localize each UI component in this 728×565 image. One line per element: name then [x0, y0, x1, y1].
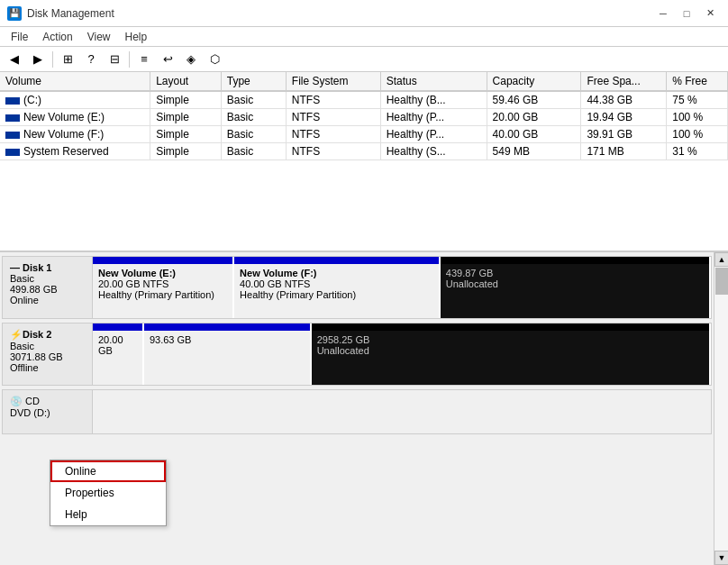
- disk2-unallocated[interactable]: 2958.25 GB Unallocated: [312, 324, 711, 385]
- col-type[interactable]: Type: [221, 72, 286, 91]
- toolbar-btn-back2[interactable]: ↩: [157, 50, 178, 69]
- window-title: Disk Management: [27, 7, 114, 20]
- disk2-size: 3071.88 GB: [10, 351, 85, 362]
- cell-fs: NTFS: [286, 126, 380, 143]
- table-row[interactable]: (C:) Simple Basic NTFS Healthy (B... 59.…: [0, 91, 728, 109]
- disk2-partition-medium[interactable]: 93.63 GB: [144, 324, 312, 385]
- disk2-unalloc-label: Unallocated: [317, 345, 704, 356]
- toolbar-btn-hex[interactable]: ⬡: [204, 50, 225, 69]
- cell-type: Basic: [221, 109, 286, 126]
- scroll-track: [714, 267, 728, 551]
- toolbar-btn-grid[interactable]: ⊞: [57, 50, 78, 69]
- scroll-down-button[interactable]: ▼: [714, 551, 728, 565]
- toolbar-btn-list[interactable]: ≡: [133, 50, 155, 69]
- maximize-button[interactable]: □: [676, 5, 697, 23]
- cell-fs: NTFS: [286, 143, 380, 160]
- context-menu-help[interactable]: Help: [50, 504, 166, 525]
- cell-volume: New Volume (F:): [0, 126, 150, 143]
- volume-table: Volume Layout Type File System Status Ca…: [0, 72, 728, 160]
- disk1-size: 499.88 GB: [10, 284, 85, 295]
- cell-status: Healthy (P...: [380, 109, 487, 126]
- context-menu-online[interactable]: Online: [50, 460, 166, 482]
- disk1-unalloc-header: [441, 257, 709, 264]
- disk1-f-size: 40.00 GB NTFS: [240, 278, 433, 289]
- disk1-name: — Disk 1: [10, 262, 85, 273]
- cell-status: Healthy (S...: [380, 143, 487, 160]
- window-controls: ─ □ ✕: [652, 5, 721, 23]
- forward-button[interactable]: ▶: [27, 50, 49, 69]
- disk2-p1-header: [93, 324, 142, 331]
- cell-capacity: 549 MB: [487, 143, 581, 160]
- disk1-partition-f-header: [234, 257, 439, 264]
- disk1-partition-f[interactable]: New Volume (F:) 40.00 GB NTFS Healthy (P…: [234, 257, 441, 318]
- table-row[interactable]: New Volume (F:) Simple Basic NTFS Health…: [0, 126, 728, 143]
- cell-layout: Simple: [150, 109, 222, 126]
- context-menu-properties[interactable]: Properties: [50, 482, 166, 504]
- cell-layout: Simple: [150, 91, 222, 109]
- table-row[interactable]: System Reserved Simple Basic NTFS Health…: [0, 143, 728, 160]
- disk1-f-status: Healthy (Primary Partition): [240, 289, 433, 300]
- title-bar: 💾 Disk Management ─ □ ✕: [0, 0, 728, 27]
- cell-pct: 75 %: [667, 91, 728, 109]
- toolbar-btn-circle[interactable]: ◈: [180, 50, 202, 69]
- disk2-name: ⚡Disk 2: [10, 329, 85, 341]
- disk1-e-status: Healthy (Primary Partition): [98, 289, 227, 300]
- cell-free: 39.91 GB: [581, 126, 667, 143]
- context-menu: Online Properties Help: [50, 460, 167, 526]
- toolbar: ◀ ▶ ⊞ ? ⊟ ≡ ↩ ◈ ⬡: [0, 47, 728, 72]
- back-button[interactable]: ◀: [4, 50, 25, 69]
- cell-free: 44.38 GB: [581, 91, 667, 109]
- minimize-button[interactable]: ─: [652, 5, 674, 23]
- disk1-unalloc-size: 439.87 GB: [446, 268, 704, 278]
- disk2-status: Offline: [10, 362, 85, 373]
- menu-file[interactable]: File: [4, 29, 35, 44]
- disk1-partition-e[interactable]: New Volume (E:) 20.00 GB NTFS Healthy (P…: [93, 257, 234, 318]
- disk2-p2-size: 93.63 GB: [150, 334, 305, 345]
- cell-fs: NTFS: [286, 91, 380, 109]
- disk1-label: — Disk 1 Basic 499.88 GB Online: [3, 257, 93, 318]
- cell-capacity: 40.00 GB: [487, 126, 581, 143]
- cell-type: Basic: [221, 143, 286, 160]
- col-status[interactable]: Status: [380, 72, 487, 91]
- menu-bar: File Action View Help: [0, 27, 728, 47]
- cell-volume: New Volume (E:): [0, 109, 150, 126]
- cell-free: 171 MB: [581, 143, 667, 160]
- cell-fs: NTFS: [286, 109, 380, 126]
- separator-2: [129, 51, 130, 68]
- cell-capacity: 59.46 GB: [487, 91, 581, 109]
- col-layout[interactable]: Layout: [150, 72, 222, 91]
- disk1-e-size: 20.00 GB NTFS: [98, 278, 227, 289]
- col-capacity[interactable]: Capacity: [487, 72, 581, 91]
- close-button[interactable]: ✕: [699, 5, 721, 23]
- disk1-status: Online: [10, 295, 85, 305]
- toolbar-btn-help[interactable]: ?: [80, 50, 102, 69]
- toolbar-btn-remove[interactable]: ⊟: [104, 50, 125, 69]
- scrollbar[interactable]: ▲ ▼: [714, 252, 728, 565]
- col-volume[interactable]: Volume: [0, 72, 150, 91]
- scroll-up-button[interactable]: ▲: [714, 252, 728, 267]
- disk1-row: — Disk 1 Basic 499.88 GB Online New Volu…: [2, 256, 712, 319]
- cell-type: Basic: [221, 91, 286, 109]
- disk2-icon: ⚡: [10, 329, 23, 340]
- disk2-row: ⚡Disk 2 Basic 3071.88 GB Offline 20.00 G…: [2, 323, 712, 386]
- disk2-type: Basic: [10, 341, 85, 351]
- cell-type: Basic: [221, 126, 286, 143]
- disk1-partition-e-header: [93, 257, 232, 264]
- col-fs[interactable]: File System: [286, 72, 380, 91]
- cell-pct: 100 %: [667, 109, 728, 126]
- cell-pct: 100 %: [667, 126, 728, 143]
- cd-label: 💿 CD DVD (D:): [3, 390, 93, 433]
- col-pct[interactable]: % Free: [667, 72, 728, 91]
- menu-action[interactable]: Action: [35, 29, 79, 44]
- cell-layout: Simple: [150, 143, 222, 160]
- cell-pct: 31 %: [667, 143, 728, 160]
- scroll-thumb[interactable]: [715, 268, 728, 295]
- table-row[interactable]: New Volume (E:) Simple Basic NTFS Health…: [0, 109, 728, 126]
- disk2-partition-small[interactable]: 20.00 GB: [93, 324, 144, 385]
- app-icon: 💾: [7, 6, 22, 21]
- col-free[interactable]: Free Spa...: [581, 72, 667, 91]
- disk1-unallocated[interactable]: 439.87 GB Unallocated: [441, 257, 711, 318]
- menu-view[interactable]: View: [80, 29, 118, 44]
- menu-help[interactable]: Help: [118, 29, 155, 44]
- disk2-unalloc-size: 2958.25 GB: [317, 334, 704, 345]
